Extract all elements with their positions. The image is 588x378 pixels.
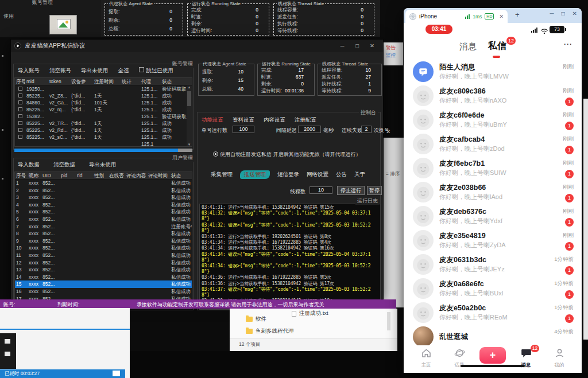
interval-delay-input[interactable]: 2000 bbox=[298, 126, 321, 133]
checkbox-icon[interactable] bbox=[18, 100, 22, 104]
auto-register-radio[interactable]: 使用自动注册发送私信 开启后其他功能无效（请开代理运行） bbox=[213, 151, 361, 158]
new-tab-button[interactable]: + bbox=[515, 10, 520, 19]
row-checkbox[interactable] bbox=[15, 113, 25, 120]
clear-accounts-button[interactable]: 清空账号 bbox=[49, 67, 71, 75]
tab-home[interactable]: 主页 bbox=[412, 347, 440, 369]
tab-sms-login[interactable]: 短信登录 bbox=[277, 171, 299, 178]
home-indicator[interactable] bbox=[461, 365, 525, 367]
list-item[interactable]: 皮友deb6376c你好喇，晚上号喇Ydxf刚刚1 bbox=[404, 204, 582, 228]
scrollbar-thumb[interactable] bbox=[14, 149, 178, 152]
compose-button[interactable]: + bbox=[479, 347, 506, 364]
runs-per-account-input[interactable]: 100 bbox=[233, 126, 254, 133]
clear-data-button[interactable]: 清空数据 bbox=[53, 161, 75, 169]
folder-item[interactable]: 鱼刺多线程代理 bbox=[246, 328, 294, 335]
fail-count-input[interactable]: 2 bbox=[361, 126, 372, 133]
maximize-button[interactable]: □ bbox=[562, 10, 565, 17]
list-item[interactable]: 皮友0631b3dc你好喇，晚上号喇JEYz1分钟前1 bbox=[404, 252, 582, 276]
table-row[interactable]: 15382...125.1...验证码获取失败 bbox=[15, 113, 192, 120]
messages-tab[interactable]: 消息 bbox=[459, 41, 477, 52]
tab-register-config[interactable]: 注册配置 bbox=[295, 116, 316, 124]
table-row[interactable]: 15xxxx852...私信成功 bbox=[15, 280, 192, 288]
checkbox-icon[interactable] bbox=[18, 87, 22, 91]
minimize-button[interactable]: ─ bbox=[335, 40, 350, 52]
row-checkbox[interactable] bbox=[15, 85, 25, 92]
export-unused-data-button[interactable]: 导出未使用 bbox=[89, 161, 117, 169]
table-row[interactable]: 1xxxx852...私信成功 bbox=[15, 180, 192, 187]
list-item[interactable]: 皮友cafbcab4你好喇，晚上号喇zDod刚刚1 bbox=[404, 132, 582, 156]
checkbox-icon[interactable] bbox=[139, 67, 144, 72]
tab-compose[interactable]: + bbox=[478, 347, 507, 364]
checkbox-icon[interactable] bbox=[18, 135, 22, 139]
checkbox-icon[interactable] bbox=[18, 128, 22, 132]
list-item[interactable]: 皮友e50a2b0c你好喇，晚上号喇REoM1分钟前1 bbox=[404, 301, 582, 325]
skip-used-checkbox[interactable]: 跳过已使用 bbox=[139, 67, 174, 75]
close-button[interactable]: ✕ bbox=[365, 40, 380, 52]
close-button[interactable]: ✕ bbox=[572, 10, 577, 17]
phone-tab[interactable]: iPhone 1ms HD ✕ bbox=[405, 10, 508, 23]
table-row[interactable]: 5xxxx852...私信成功 bbox=[15, 208, 192, 216]
tab-push-manage[interactable]: 推送管理 bbox=[240, 170, 270, 179]
table-row[interactable]: 11xxxx852...私信成功 bbox=[15, 252, 192, 259]
import-data-button[interactable]: 导入数据 bbox=[18, 161, 40, 169]
checkbox-icon[interactable] bbox=[18, 121, 22, 125]
scrollbar[interactable]: ▲ ▼ bbox=[187, 85, 192, 146]
list-item[interactable]: 皮友c809c386你好喇，晚上号喇nAXO刚刚1 bbox=[404, 84, 582, 108]
row-checkbox[interactable] bbox=[15, 127, 25, 134]
table-row[interactable]: 85225...v2_rq...{"did...1天125.1...成功 bbox=[15, 106, 192, 113]
list-item[interactable]: 皮友e35e4819你好喇，晚上号喇ZyDA刚刚1 bbox=[404, 228, 582, 252]
row-checkbox[interactable] bbox=[15, 92, 25, 99]
table-row[interactable]: 85225...v2_Rd...{"did...1天125.1...成功 bbox=[15, 127, 192, 134]
title-bar[interactable]: 皮皮搞笑APP私信协议 ─ □ ✕ bbox=[11, 40, 383, 52]
row-checkbox[interactable] bbox=[15, 106, 25, 113]
table-row[interactable]: 6xxxx852...私信成功 bbox=[15, 216, 192, 223]
import-accounts-button[interactable]: 导入账号 bbox=[18, 67, 40, 75]
row-checkbox[interactable] bbox=[15, 141, 25, 147]
pause-button[interactable]: 暂停 bbox=[367, 186, 382, 195]
tab-content-settings[interactable]: 内容设置 bbox=[264, 116, 285, 124]
recording-time-pill[interactable]: 03:41 bbox=[425, 25, 452, 34]
table-row[interactable]: 3xxxx852...私信成功 bbox=[15, 194, 192, 201]
table-row[interactable]: 13xxxx852...私信成功 bbox=[15, 266, 192, 274]
tab-about[interactable]: 关于 bbox=[354, 171, 365, 178]
tab-network-settings[interactable]: 网络设置 bbox=[307, 171, 328, 178]
stop-run-button[interactable]: 停止运行 bbox=[337, 186, 365, 195]
table-row[interactable]: 12xxxx852...私信成功 bbox=[15, 259, 192, 267]
account-table[interactable]: 序号midtoken设备参注册时间统计代理状态 19250...125.1...… bbox=[14, 77, 192, 147]
table-row[interactable]: 9xxxx852...私信成功 bbox=[15, 237, 192, 245]
more-menu-icon[interactable]: ⋯ bbox=[563, 39, 572, 49]
table-row[interactable]: 4xxxx852...私信成功 bbox=[15, 201, 192, 209]
list-item[interactable]: 皮友0a68e6fc你好喇，晚上号喇BUxl1分钟前1 bbox=[404, 276, 582, 301]
run-log[interactable]: 03:41:31: 运行>当前获取手机: 15382104942 验证码 第15… bbox=[199, 204, 381, 310]
list-item[interactable]: 皮友f6ebc7b1你好喇，晚上号喇SUIW刚刚1 bbox=[404, 156, 582, 180]
export-unused-button[interactable]: 导出未使用 bbox=[81, 67, 109, 75]
checkbox-icon[interactable] bbox=[18, 93, 22, 98]
table-row[interactable]: 19250...125.1...验证码获取失败 bbox=[15, 85, 192, 92]
minimize-button[interactable]: ─ bbox=[550, 10, 554, 17]
account-table-body[interactable]: 19250...125.1...验证码获取失败85225...v2_Z8...{… bbox=[15, 85, 192, 147]
folder-item[interactable]: 软件 bbox=[246, 315, 266, 323]
tab-function-settings[interactable]: 功能设置 bbox=[202, 116, 223, 124]
select-all-button[interactable]: 全选 bbox=[118, 67, 129, 75]
tab-me[interactable]: 我的 bbox=[545, 347, 574, 369]
scroll-up-icon[interactable]: ▲ bbox=[187, 85, 192, 89]
table-row[interactable]: 16xxxx852...私信成功 bbox=[15, 288, 192, 295]
table-row[interactable]: 14xxxx852...私信成功 bbox=[15, 274, 192, 281]
horizontal-scrollbar[interactable] bbox=[14, 149, 192, 152]
tab-profile-settings[interactable]: 资料设置 bbox=[233, 116, 254, 124]
table-row[interactable]: 7xxxx852...注册账号中 bbox=[15, 223, 192, 231]
checkbox-icon[interactable] bbox=[18, 107, 22, 111]
table-row[interactable]: 84860...v2_Ga...{"did...101天125.1...成功 bbox=[15, 99, 192, 106]
table-row[interactable]: 85225...v2_sC...{"did...1天125.1...成功 bbox=[15, 134, 192, 141]
scrollbar[interactable] bbox=[387, 312, 390, 330]
tab-announcement[interactable]: 公告 bbox=[336, 171, 347, 178]
table-row[interactable]: 125.1 bbox=[15, 141, 192, 147]
private-messages-tab[interactable]: 私信 bbox=[488, 40, 506, 52]
table-row[interactable]: 10xxxx852...私信成功 bbox=[15, 244, 192, 252]
list-item[interactable]: 皮友2e038b66你好喇，晚上号喇lAod刚刚1 bbox=[404, 180, 582, 204]
sort-label[interactable]: ≡ 排序 bbox=[386, 171, 404, 178]
list-item[interactable]: 皮友c6f0e6de你好喇，晚上号喇uBmY刚刚1 bbox=[404, 108, 582, 132]
scroll-down-icon[interactable]: ▼ bbox=[187, 143, 192, 146]
message-list[interactable]: 陌生人消息你好喇，晚上号喇LMVW刚刚皮友c809c386你好喇，晚上号喇nAX… bbox=[404, 60, 582, 325]
table-row[interactable]: 85225...v2_Z8...{"did...1天125.1...成功 bbox=[15, 92, 192, 99]
thread-count-input[interactable]: 10 bbox=[310, 186, 332, 194]
